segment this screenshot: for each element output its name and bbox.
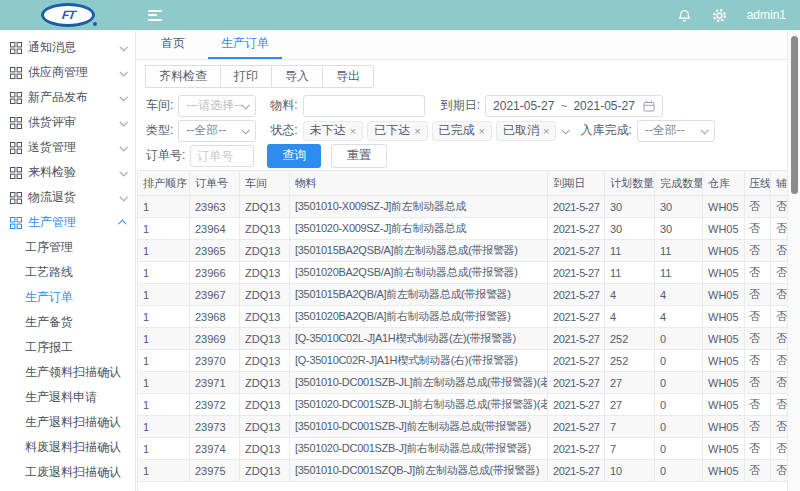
vertical-scrollbar[interactable] — [787, 30, 800, 491]
cell-press-line: 否 — [745, 240, 771, 262]
sidebar-item[interactable]: 生产领料扫描确认 — [0, 360, 135, 385]
sidebar-item[interactable]: 来料检验 — [0, 160, 135, 185]
table-row[interactable]: 1 23975 ZDQ13 [3501010-DC001SZQB-J]前左制动器… — [138, 460, 787, 482]
sidebar-item[interactable]: 生产备货 — [0, 310, 135, 335]
chevron-down-icon — [119, 68, 127, 76]
chevron-down-icon — [242, 126, 250, 134]
cell-order-no: 23969 — [190, 328, 240, 350]
table-row[interactable]: 1 23970 ZDQ13 [Q-35010C02R-J]A1H楔式制动器(右)… — [138, 350, 787, 372]
cell-aux-material: 否 — [771, 196, 787, 218]
cell-warehouse: WH05 — [703, 262, 745, 284]
table-row[interactable]: 1 23967 ZDQ13 [3501015BA2QB/A]前左制动器总成(带报… — [138, 284, 787, 306]
grid-icon — [10, 167, 22, 179]
type-select[interactable]: --全部-- — [178, 120, 256, 142]
close-icon[interactable]: × — [479, 125, 485, 137]
cell-material: [Q-35010C02L-J]A1H楔式制动器(左)(带报警器) — [290, 328, 548, 350]
order-no-input[interactable] — [190, 145, 254, 167]
sidebar-item-label: 生产订单 — [25, 289, 126, 306]
collapse-sidebar-icon[interactable] — [148, 7, 162, 23]
table-row[interactable]: 1 23963 ZDQ13 [3501010-X009SZ-J]前左制动器总成 … — [138, 196, 787, 218]
cell-plan-qty: 27 — [605, 372, 655, 394]
cell-plan-qty: 4 — [605, 284, 655, 306]
table-row[interactable]: 1 23972 ZDQ13 [3501020-DC001SZB-JL]前右制动器… — [138, 394, 787, 416]
cell-order-no: 23963 — [190, 196, 240, 218]
cell-workshop: ZDQ13 — [240, 240, 290, 262]
sidebar-item[interactable]: 生产退料扫描确认 — [0, 410, 135, 435]
top-header: FT admin1 — [0, 0, 800, 30]
status-tag[interactable]: 已完成 × — [432, 121, 492, 141]
table-row[interactable]: 1 23966 ZDQ13 [3501020BA2QSB/A]前右制动器总成(带… — [138, 262, 787, 284]
close-icon[interactable]: × — [414, 125, 420, 137]
tab[interactable]: 生产订单 — [208, 30, 282, 59]
table-row[interactable]: 1 23965 ZDQ13 [3501015BA2QSB/A]前左制动器总成(带… — [138, 240, 787, 262]
sidebar-item-label: 生产管理 — [28, 214, 120, 231]
close-icon[interactable]: × — [350, 125, 356, 137]
sidebar-item-label: 料废退料扫描确认 — [25, 439, 126, 456]
cell-aux-material: 否 — [771, 438, 787, 460]
cell-seq: 1 — [138, 218, 190, 240]
scrollbar-thumb[interactable] — [791, 36, 798, 194]
sidebar-item[interactable]: 供应商管理 — [0, 60, 135, 85]
toolbar-button[interactable]: 导入 — [271, 65, 323, 88]
sidebar-item[interactable]: 新产品发布 — [0, 85, 135, 110]
current-user[interactable]: admin1 — [747, 8, 786, 22]
sidebar-item[interactable]: 供货评审 — [0, 110, 135, 135]
sidebar-item-label: 生产备货 — [25, 314, 126, 331]
toolbar-button[interactable]: 打印 — [220, 65, 272, 88]
sidebar-item[interactable]: 送货管理 — [0, 135, 135, 160]
status-tag[interactable]: 已下达 × — [367, 121, 427, 141]
toolbar-button[interactable]: 导出 — [322, 65, 374, 88]
search-button[interactable]: 查询 — [267, 144, 321, 168]
sidebar-item[interactable]: 物流退货 — [0, 185, 135, 210]
sidebar-item[interactable]: 料废退料扫描确认 — [0, 435, 135, 460]
sidebar-item-label: 物流退货 — [28, 189, 120, 206]
inbound-select[interactable]: --全部-- — [637, 120, 715, 142]
reset-button[interactable]: 重置 — [331, 144, 387, 168]
sidebar-item[interactable]: 工艺路线 — [0, 260, 135, 285]
table-row[interactable]: 1 23968 ZDQ13 [3501020BA2QB/A]前右制动器总成(带报… — [138, 306, 787, 328]
cell-seq: 1 — [138, 262, 190, 284]
chevron-down-icon — [119, 43, 127, 51]
cell-plan-qty: 11 — [605, 262, 655, 284]
status-multiselect[interactable]: 未下达 × 已下达 × 已完成 × 已取消 × — [303, 121, 561, 141]
notification-bell-icon[interactable] — [677, 8, 692, 23]
material-input[interactable] — [303, 95, 425, 117]
sidebar-item[interactable]: 生产订单 — [0, 285, 135, 310]
sidebar-item[interactable]: 生产退料申请 — [0, 385, 135, 410]
cell-aux-material: 否 — [771, 240, 787, 262]
sidebar-item[interactable]: 工序管理 — [0, 235, 135, 260]
tab[interactable]: 首页 — [148, 30, 198, 59]
sidebar-item[interactable]: 工废退料扫描确认 — [0, 460, 135, 485]
toolbar-button[interactable]: 齐料检查 — [145, 65, 221, 88]
grid-icon — [10, 117, 22, 129]
sidebar-item[interactable]: 通知消息 — [0, 35, 135, 60]
table-row[interactable]: 1 23973 ZDQ13 [3501010-DC001SZB-J]前左制动器总… — [138, 416, 787, 438]
cell-plan-qty: 30 — [605, 218, 655, 240]
settings-gear-icon[interactable] — [712, 8, 727, 23]
cell-aux-material: 否 — [771, 306, 787, 328]
close-icon[interactable]: × — [543, 125, 549, 137]
cell-seq: 1 — [138, 394, 190, 416]
sidebar-item[interactable]: 工序报工 — [0, 335, 135, 360]
table-row[interactable]: 1 23974 ZDQ13 [3501020-DC001SZB-J]前右制动器总… — [138, 438, 787, 460]
cell-press-line: 否 — [745, 328, 771, 350]
status-tag[interactable]: 已取消 × — [496, 121, 556, 141]
cell-warehouse: WH05 — [703, 350, 745, 372]
cell-material: [3501010-DC001SZB-J]前左制动器总成(带报警器) — [290, 416, 548, 438]
due-date-range-picker[interactable]: 2021-05-27 ~ 2021-05-27 — [485, 95, 663, 117]
type-label: 类型: — [146, 122, 173, 139]
chevron-down-icon — [700, 126, 708, 134]
workshop-select[interactable]: ---请选择--- — [178, 95, 256, 117]
table-row[interactable]: 1 23969 ZDQ13 [Q-35010C02L-J]A1H楔式制动器(左)… — [138, 328, 787, 350]
table-row[interactable]: 1 23971 ZDQ13 [3501010-DC001SZB-JL]前左制动器… — [138, 372, 787, 394]
sidebar-item[interactable]: 生产管理 — [0, 210, 135, 235]
table-row[interactable]: 1 23964 ZDQ13 [3501020-X009SZ-J]前右制动器总成 … — [138, 218, 787, 240]
cell-material: [3501015BA2QSB/A]前左制动器总成(带报警器) — [290, 240, 548, 262]
cell-done-qty: 30 — [655, 196, 703, 218]
cell-done-qty: 0 — [655, 350, 703, 372]
status-tag-label: 已完成 — [439, 122, 475, 139]
table-header-cell: 完成数量 — [655, 171, 703, 196]
sidebar-item-label: 来料检验 — [28, 164, 120, 181]
sidebar-item-label: 生产退料申请 — [25, 389, 126, 406]
status-tag[interactable]: 未下达 × — [303, 121, 363, 141]
